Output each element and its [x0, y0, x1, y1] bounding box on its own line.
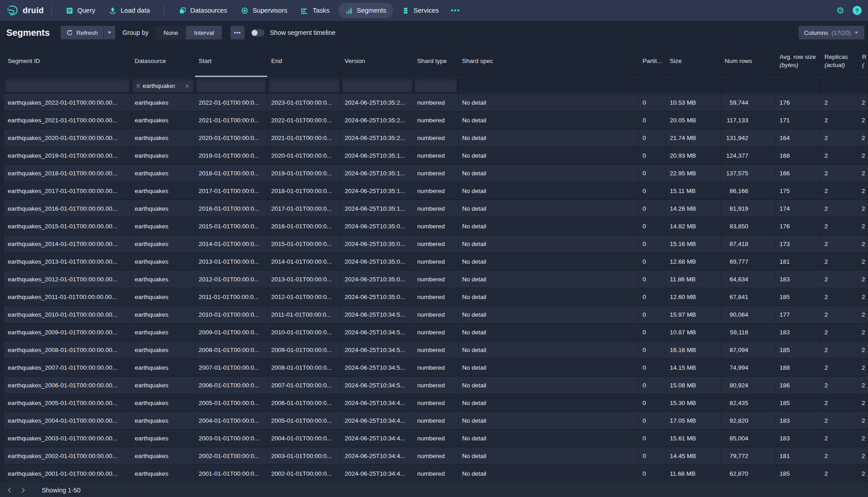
cell-datasource[interactable]: earthquakes: [131, 323, 195, 341]
cell-segment_id[interactable]: earthquakes_2011-01-01T00:00:00.00...: [4, 288, 131, 306]
cell-avg_row_size[interactable]: 183: [776, 270, 821, 288]
cell-replication_factor[interactable]: 2: [858, 394, 868, 412]
nav-item-services[interactable]: Services: [395, 0, 446, 21]
cell-partition[interactable]: 0: [639, 94, 666, 111]
cell-shard_spec[interactable]: No detail: [458, 147, 639, 164]
cell-num_rows[interactable]: 82,435: [721, 394, 776, 412]
cell-replicas[interactable]: 2: [821, 412, 858, 429]
cell-replication_factor[interactable]: 2: [858, 306, 868, 323]
cell-replicas[interactable]: 2: [821, 270, 858, 288]
cell-end[interactable]: 2018-01-01T00:00:0...: [268, 182, 341, 200]
cell-datasource[interactable]: earthquakes: [131, 164, 195, 182]
cell-replicas[interactable]: 2: [821, 111, 858, 129]
cell-segment_id[interactable]: earthquakes_2002-01-01T00:00:00.00...: [4, 447, 131, 465]
cell-shard_type[interactable]: numbered: [414, 235, 458, 253]
cell-version[interactable]: 2024-06-25T10:34:5...: [341, 376, 414, 394]
cell-start[interactable]: 2020-01-01T00:00:0...: [195, 129, 268, 147]
column-header-replication_factor[interactable]: R(: [858, 44, 868, 77]
cell-shard_spec[interactable]: No detail: [458, 182, 639, 200]
cell-version[interactable]: 2024-06-25T10:34:4...: [341, 447, 414, 465]
cell-num_rows[interactable]: 137,575: [721, 164, 776, 182]
cell-replicas[interactable]: 2: [821, 288, 858, 306]
cell-num_rows[interactable]: 92,820: [721, 412, 776, 429]
settings-gear-icon[interactable]: ⚙: [836, 6, 844, 15]
cell-size[interactable]: 21.74 MB: [666, 129, 721, 147]
cell-version[interactable]: 2024-06-25T10:35:2...: [341, 111, 414, 129]
cell-datasource[interactable]: earthquakes: [131, 253, 195, 270]
cell-avg_row_size[interactable]: 164: [776, 129, 821, 147]
refresh-dropdown-button[interactable]: [103, 26, 115, 39]
cell-end[interactable]: 2005-01-01T00:00:0...: [268, 412, 341, 429]
cell-shard_spec[interactable]: No detail: [458, 235, 639, 253]
cell-version[interactable]: 2024-06-25T10:34:4...: [341, 429, 414, 447]
group-by-none-button[interactable]: None: [156, 26, 185, 39]
segment-timeline-toggle[interactable]: [251, 29, 264, 37]
cell-num_rows[interactable]: 69,777: [721, 253, 776, 270]
cell-shard_type[interactable]: numbered: [414, 164, 458, 182]
cell-datasource[interactable]: earthquakes: [131, 465, 195, 483]
app-logo[interactable]: druid: [6, 4, 44, 17]
cell-replicas[interactable]: 2: [821, 376, 858, 394]
cell-shard_type[interactable]: numbered: [414, 376, 458, 394]
cell-version[interactable]: 2024-06-25T10:34:5...: [341, 341, 414, 359]
cell-start[interactable]: 2011-01-01T00:00:0...: [195, 288, 268, 306]
cell-replication_factor[interactable]: 2: [858, 253, 868, 270]
cell-replication_factor[interactable]: 2: [858, 323, 868, 341]
cell-segment_id[interactable]: earthquakes_2010-01-01T00:00:00.00...: [4, 306, 131, 323]
cell-avg_row_size[interactable]: 176: [776, 217, 821, 235]
cell-avg_row_size[interactable]: 181: [776, 253, 821, 270]
cell-datasource[interactable]: earthquakes: [131, 394, 195, 412]
cell-segment_id[interactable]: earthquakes_2016-01-01T00:00:00.00...: [4, 200, 131, 217]
cell-partition[interactable]: 0: [639, 129, 666, 147]
cell-avg_row_size[interactable]: 176: [776, 94, 821, 111]
cell-shard_type[interactable]: numbered: [414, 341, 458, 359]
cell-replication_factor[interactable]: 2: [858, 376, 868, 394]
cell-start[interactable]: 2015-01-01T00:00:0...: [195, 217, 268, 235]
cell-shard_type[interactable]: numbered: [414, 447, 458, 465]
next-page-button[interactable]: [16, 483, 30, 497]
cell-replicas[interactable]: 2: [821, 429, 858, 447]
cell-version[interactable]: 2024-06-25T10:34:4...: [341, 394, 414, 412]
cell-segment_id[interactable]: earthquakes_2008-01-01T00:00:00.00...: [4, 341, 131, 359]
cell-segment_id[interactable]: earthquakes_2018-01-01T00:00:00.00...: [4, 164, 131, 182]
cell-start[interactable]: 2005-01-01T00:00:0...: [195, 394, 268, 412]
cell-end[interactable]: 2011-01-01T00:00:0...: [268, 306, 341, 323]
cell-replication_factor[interactable]: 2: [858, 147, 868, 164]
cell-avg_row_size[interactable]: 177: [776, 306, 821, 323]
cell-replicas[interactable]: 2: [821, 341, 858, 359]
cell-start[interactable]: 2003-01-01T00:00:0...: [195, 429, 268, 447]
cell-num_rows[interactable]: 124,377: [721, 147, 776, 164]
cell-num_rows[interactable]: 59,116: [721, 323, 776, 341]
cell-avg_row_size[interactable]: 185: [776, 394, 821, 412]
cell-datasource[interactable]: earthquakes: [131, 288, 195, 306]
cell-end[interactable]: 2008-01-01T00:00:0...: [268, 359, 341, 376]
cell-size[interactable]: 20.93 MB: [666, 147, 721, 164]
cell-version[interactable]: 2024-06-25T10:35:2...: [341, 94, 414, 111]
column-header-shard_spec[interactable]: Shard spec: [458, 44, 639, 77]
cell-avg_row_size[interactable]: 186: [776, 376, 821, 394]
column-header-partition[interactable]: Partit...: [639, 44, 666, 77]
cell-shard_type[interactable]: numbered: [414, 129, 458, 147]
cell-end[interactable]: 2016-01-01T00:00:0...: [268, 217, 341, 235]
cell-start[interactable]: 2002-01-01T00:00:0...: [195, 447, 268, 465]
cell-shard_type[interactable]: numbered: [414, 200, 458, 217]
cell-shard_type[interactable]: numbered: [414, 94, 458, 111]
cell-size[interactable]: 10.87 MB: [666, 323, 721, 341]
column-header-segment_id[interactable]: Segment ID: [4, 44, 131, 77]
cell-start[interactable]: 2018-01-01T00:00:0...: [195, 164, 268, 182]
cell-shard_spec[interactable]: No detail: [458, 447, 639, 465]
cell-shard_type[interactable]: numbered: [414, 412, 458, 429]
cell-shard_type[interactable]: numbered: [414, 323, 458, 341]
nav-item-tasks[interactable]: Tasks: [294, 0, 336, 21]
cell-version[interactable]: 2024-06-25T10:35:2...: [341, 129, 414, 147]
cell-size[interactable]: 15.61 MB: [666, 429, 721, 447]
cell-num_rows[interactable]: 117,133: [721, 111, 776, 129]
cell-shard_spec[interactable]: No detail: [458, 376, 639, 394]
cell-datasource[interactable]: earthquakes: [131, 359, 195, 376]
cell-datasource[interactable]: earthquakes: [131, 111, 195, 129]
cell-start[interactable]: 2008-01-01T00:00:0...: [195, 341, 268, 359]
filter-input-shard_type[interactable]: [415, 80, 456, 92]
cell-segment_id[interactable]: earthquakes_2017-01-01T00:00:00.00...: [4, 182, 131, 200]
cell-size[interactable]: 10.53 MB: [666, 94, 721, 111]
cell-replication_factor[interactable]: 2: [858, 94, 868, 111]
